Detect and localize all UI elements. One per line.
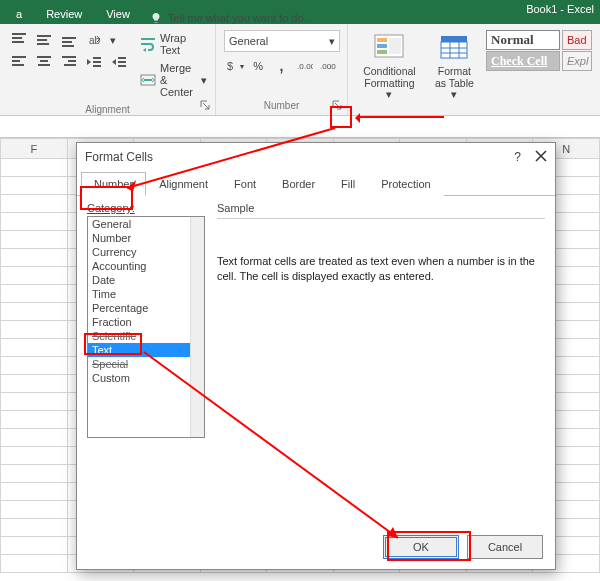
help-button[interactable]: ? bbox=[514, 150, 521, 164]
svg-rect-21 bbox=[93, 65, 101, 67]
list-item[interactable]: Fraction bbox=[88, 315, 204, 329]
accounting-format-button[interactable]: $▾ bbox=[224, 56, 245, 76]
cell-styles-gallery[interactable]: Normal Bad Check Cell Expl bbox=[486, 30, 592, 71]
align-right-button[interactable] bbox=[58, 52, 80, 72]
list-item[interactable]: Number bbox=[88, 231, 204, 245]
col-header[interactable]: F bbox=[1, 139, 68, 159]
svg-rect-17 bbox=[68, 60, 76, 62]
svg-rect-1 bbox=[12, 37, 22, 39]
tab-view[interactable]: View bbox=[94, 4, 142, 24]
list-item[interactable]: Currency bbox=[88, 245, 204, 259]
formula-bar-area bbox=[0, 116, 600, 138]
lightbulb-icon bbox=[150, 12, 162, 24]
percent-format-button[interactable]: % bbox=[247, 56, 268, 76]
merge-center-label: Merge & Center bbox=[160, 62, 193, 98]
svg-rect-16 bbox=[62, 56, 76, 58]
dlg-tab-number[interactable]: Number bbox=[81, 172, 146, 196]
list-item[interactable]: Special bbox=[88, 357, 204, 371]
number-format-value: General bbox=[229, 35, 268, 47]
number-format-select[interactable]: General ▾ bbox=[224, 30, 340, 52]
svg-rect-23 bbox=[118, 61, 126, 63]
increase-indent-button[interactable] bbox=[108, 52, 130, 72]
svg-rect-37 bbox=[441, 36, 467, 42]
dialog-titlebar[interactable]: Format Cells ? bbox=[77, 143, 555, 171]
cell-style-normal[interactable]: Normal bbox=[486, 30, 560, 50]
scrollbar[interactable] bbox=[190, 217, 204, 437]
alignment-launcher[interactable] bbox=[198, 98, 212, 112]
list-item[interactable]: General bbox=[88, 217, 204, 231]
format-as-table-button[interactable]: Format as Table ▾ bbox=[429, 30, 480, 101]
svg-text:.0: .0 bbox=[329, 62, 336, 71]
format-description: Text format cells are treated as text ev… bbox=[217, 254, 545, 284]
dlg-tab-protection[interactable]: Protection bbox=[368, 172, 444, 196]
list-item-selected[interactable]: Text bbox=[88, 343, 204, 357]
category-label: Category: bbox=[87, 202, 205, 214]
group-number: General ▾ $▾ % , .0.00 .00.0 Number bbox=[216, 24, 348, 115]
cell-style-explanatory[interactable]: Expl bbox=[562, 51, 592, 71]
svg-rect-25 bbox=[141, 38, 155, 40]
dialog-title: Format Cells bbox=[85, 150, 153, 164]
group-alignment: ab ▾ Wrap Text Merge & Ce bbox=[0, 24, 216, 115]
comma-format-button[interactable]: , bbox=[271, 56, 292, 76]
svg-rect-15 bbox=[38, 64, 50, 66]
format-as-table-icon bbox=[437, 30, 471, 64]
dlg-tab-border[interactable]: Border bbox=[269, 172, 328, 196]
svg-rect-4 bbox=[37, 39, 47, 41]
align-left-button[interactable] bbox=[8, 52, 30, 72]
ribbon-tabs: a Review View Tell me what you want to d… bbox=[0, 0, 600, 24]
sample-box bbox=[217, 218, 545, 244]
merge-center-button[interactable]: Merge & Center ▾ bbox=[136, 60, 211, 100]
list-item[interactable]: Percentage bbox=[88, 301, 204, 315]
svg-rect-0 bbox=[12, 33, 26, 35]
ok-button[interactable]: OK bbox=[383, 535, 459, 559]
orientation-button[interactable]: ab bbox=[83, 30, 105, 50]
merge-icon bbox=[140, 72, 156, 88]
dlg-tab-alignment[interactable]: Alignment bbox=[146, 172, 221, 196]
svg-rect-5 bbox=[37, 43, 49, 45]
dialog-tabs: Number Alignment Font Border Fill Protec… bbox=[77, 171, 555, 196]
close-button[interactable] bbox=[535, 150, 547, 165]
wrap-text-label: Wrap Text bbox=[160, 32, 207, 56]
svg-rect-36 bbox=[389, 38, 401, 54]
svg-rect-8 bbox=[62, 45, 74, 47]
cell-style-check[interactable]: Check Cell bbox=[486, 51, 560, 71]
list-item[interactable]: Accounting bbox=[88, 259, 204, 273]
svg-rect-6 bbox=[62, 37, 76, 39]
svg-rect-3 bbox=[37, 35, 51, 37]
align-bottom-button[interactable] bbox=[58, 30, 80, 50]
increase-decimal-button[interactable]: .0.00 bbox=[294, 56, 315, 76]
tab-trunc[interactable]: a bbox=[4, 4, 34, 24]
cell-style-bad[interactable]: Bad bbox=[562, 30, 592, 50]
svg-text:$: $ bbox=[227, 60, 233, 72]
dlg-tab-font[interactable]: Font bbox=[221, 172, 269, 196]
orientation-drop[interactable]: ▾ bbox=[108, 30, 118, 50]
conditional-formatting-button[interactable]: Conditional Formatting ▾ bbox=[356, 30, 423, 101]
list-item[interactable]: Date bbox=[88, 273, 204, 287]
align-middle-button[interactable] bbox=[33, 30, 55, 50]
app-title: Book1 - Excel bbox=[526, 3, 594, 15]
category-listbox[interactable]: General Number Currency Accounting Date … bbox=[87, 216, 205, 438]
decrease-indent-button[interactable] bbox=[83, 52, 105, 72]
list-item[interactable]: Scientific bbox=[88, 329, 204, 343]
group-number-label: Number bbox=[224, 96, 339, 111]
sample-label: Sample bbox=[217, 202, 254, 214]
svg-rect-24 bbox=[118, 65, 126, 67]
cancel-button[interactable]: Cancel bbox=[467, 535, 543, 559]
list-item[interactable]: Custom bbox=[88, 371, 204, 385]
dlg-tab-fill[interactable]: Fill bbox=[328, 172, 368, 196]
svg-rect-14 bbox=[40, 60, 48, 62]
svg-rect-13 bbox=[37, 56, 51, 58]
tell-me-search[interactable]: Tell me what you want to do... bbox=[150, 12, 313, 24]
close-icon bbox=[535, 150, 547, 162]
merge-drop[interactable]: ▾ bbox=[201, 74, 207, 87]
align-center-button[interactable] bbox=[33, 52, 55, 72]
wrap-text-button[interactable]: Wrap Text bbox=[136, 30, 211, 58]
decrease-decimal-button[interactable]: .00.0 bbox=[318, 56, 339, 76]
number-launcher[interactable] bbox=[330, 98, 344, 112]
conditional-formatting-label: Conditional Formatting ▾ bbox=[360, 66, 419, 101]
chevron-down-icon: ▾ bbox=[329, 35, 335, 48]
svg-rect-38 bbox=[441, 42, 467, 58]
tab-review[interactable]: Review bbox=[34, 4, 94, 24]
list-item[interactable]: Time bbox=[88, 287, 204, 301]
align-top-button[interactable] bbox=[8, 30, 30, 50]
